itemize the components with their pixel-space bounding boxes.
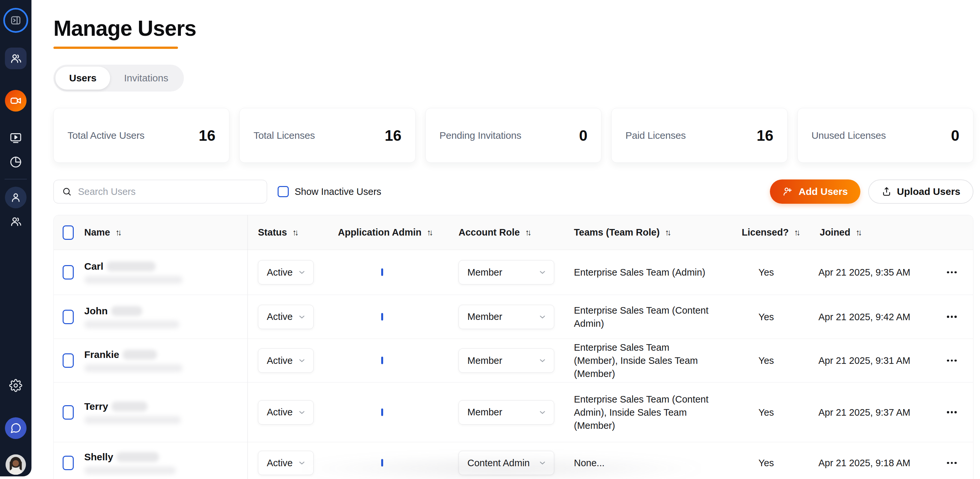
table-row: Shelly Active Content Admin None... Yes — [54, 442, 973, 479]
row-checkbox[interactable] — [63, 265, 74, 279]
status-dropdown[interactable]: Active — [258, 305, 313, 329]
row-actions-kebab-icon[interactable] — [947, 462, 973, 464]
search-users-box[interactable] — [53, 180, 267, 203]
stat-value: 0 — [579, 127, 588, 144]
show-inactive-checkbox[interactable] — [278, 186, 289, 197]
row-actions-kebab-icon[interactable] — [947, 359, 973, 362]
masked-email — [84, 416, 181, 424]
licensed-cell: Yes — [730, 354, 813, 367]
sort-icon[interactable]: ↑↓ — [115, 227, 122, 238]
search-icon — [62, 186, 72, 197]
account-role-dropdown[interactable]: Member — [458, 400, 554, 425]
user-first-name: John — [84, 305, 108, 316]
account-role-dropdown[interactable]: Content Admin — [458, 451, 554, 475]
person-icon — [5, 187, 27, 208]
sidebar-item-video-active[interactable] — [0, 90, 32, 112]
row-actions-kebab-icon[interactable] — [947, 411, 973, 414]
row-actions-kebab-icon[interactable] — [947, 271, 973, 274]
sidebar-item-account-avatar[interactable] — [0, 454, 32, 475]
teams-cell: Enterprise Sales Team (Content Admin) — [560, 304, 730, 330]
chevron-down-icon — [298, 408, 306, 417]
upload-icon — [881, 186, 892, 197]
application-admin-checkbox[interactable] — [381, 459, 383, 466]
sort-icon[interactable]: ↑↓ — [525, 227, 531, 238]
row-name-cell: Frankie — [54, 339, 248, 382]
sidebar-item-analytics[interactable] — [0, 155, 32, 169]
masked-last-name — [116, 452, 159, 462]
row-actions-kebab-icon[interactable] — [947, 316, 973, 318]
sort-icon[interactable]: ↑↓ — [665, 227, 671, 238]
account-role-dropdown[interactable]: Member — [458, 260, 554, 284]
row-name-cell: Carl — [54, 250, 248, 295]
sidebar-item-chat[interactable] — [0, 417, 32, 439]
chevron-down-icon — [298, 313, 306, 321]
sort-icon[interactable]: ↑↓ — [292, 227, 299, 238]
chevron-down-icon — [298, 459, 306, 467]
status-value: Active — [267, 407, 293, 418]
row-checkbox[interactable] — [63, 310, 74, 324]
application-admin-checkbox[interactable] — [381, 357, 383, 364]
manage-users-page: Manage Users Users Invitations Total Act… — [0, 0, 980, 479]
tab-invitations[interactable]: Invitations — [110, 67, 182, 89]
main-content: Manage Users Users Invitations Total Act… — [32, 0, 980, 479]
stat-card-unused-licenses: Unused Licenses 0 — [797, 108, 974, 163]
sidebar-item-settings[interactable] — [0, 379, 32, 392]
joined-cell: Apr 21 2025, 9:35 AM — [813, 266, 931, 279]
sidebar-item-logo[interactable] — [0, 8, 32, 33]
sort-icon[interactable]: ↑↓ — [427, 227, 433, 238]
people-icon — [9, 215, 22, 228]
sidebar-item-people[interactable] — [0, 215, 32, 228]
row-checkbox[interactable] — [63, 353, 74, 368]
add-users-label: Add Users — [799, 186, 848, 197]
status-dropdown[interactable]: Active — [258, 451, 313, 475]
upload-users-button[interactable]: Upload Users — [868, 179, 974, 204]
chevron-down-icon — [538, 459, 547, 467]
video-camera-icon — [5, 90, 27, 112]
title-underline — [53, 46, 178, 49]
users-table: Name ↑↓ Status ↑↓ Application Admin ↑↓ A… — [53, 215, 974, 479]
sidebar-item-profile[interactable] — [0, 187, 32, 208]
stat-card-paid-licenses: Paid Licenses 16 — [611, 108, 787, 163]
chat-bubble-icon — [5, 417, 27, 439]
status-dropdown[interactable]: Active — [258, 400, 313, 425]
page-title: Manage Users — [53, 16, 974, 41]
stat-value: 0 — [951, 127, 959, 144]
status-dropdown[interactable]: Active — [258, 260, 313, 284]
account-role-dropdown[interactable]: Member — [458, 305, 554, 329]
account-role-value: Member — [468, 407, 502, 418]
stat-value: 16 — [385, 127, 401, 144]
sidebar-item-users-group[interactable] — [0, 48, 32, 69]
status-value: Active — [267, 458, 293, 468]
sort-icon[interactable]: ↑↓ — [856, 227, 862, 238]
masked-email — [84, 276, 183, 284]
table-body: Carl Active Member Enterprise Sales Team… — [54, 250, 973, 479]
tab-users[interactable]: Users — [56, 67, 110, 89]
row-checkbox[interactable] — [63, 456, 74, 470]
row-checkbox[interactable] — [63, 405, 74, 420]
masked-email — [84, 364, 183, 372]
application-admin-checkbox[interactable] — [381, 268, 383, 276]
table-controls: Show Inactive Users Add Users — [53, 180, 974, 203]
add-users-button[interactable]: Add Users — [770, 179, 861, 204]
sidebar-item-screen-play[interactable] — [0, 131, 32, 144]
chevron-down-icon — [298, 356, 306, 365]
header-application-admin-cell: Application Admin ↑↓ — [328, 227, 449, 238]
joined-cell: Apr 21 2025, 9:31 AM — [813, 354, 931, 367]
application-admin-checkbox[interactable] — [381, 313, 383, 321]
select-all-checkbox[interactable] — [63, 225, 74, 240]
licensed-cell: Yes — [730, 406, 813, 419]
masked-last-name — [123, 350, 157, 359]
pie-chart-icon — [9, 155, 22, 169]
account-role-dropdown[interactable]: Member — [458, 348, 554, 373]
sort-icon[interactable]: ↑↓ — [794, 227, 800, 238]
application-admin-checkbox[interactable] — [381, 409, 383, 416]
col-header-application-admin: Application Admin — [338, 227, 422, 238]
account-role-value: Member — [468, 267, 502, 278]
status-dropdown[interactable]: Active — [258, 348, 313, 373]
teams-cell: Enterprise Sales Team (Admin) — [560, 266, 730, 279]
row-name-cell: John — [54, 295, 248, 338]
search-input[interactable] — [78, 186, 260, 197]
header-account-role-cell: Account Role ↑↓ — [449, 227, 560, 238]
account-role-value: Member — [468, 355, 502, 366]
sidebar-divider — [5, 179, 27, 179]
